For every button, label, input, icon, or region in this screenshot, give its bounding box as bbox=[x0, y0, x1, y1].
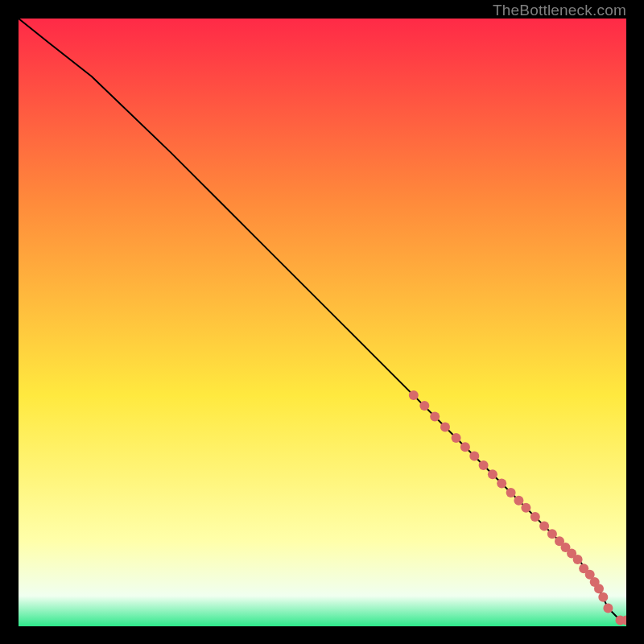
data-point bbox=[594, 584, 604, 593]
data-point bbox=[419, 401, 429, 411]
data-point bbox=[430, 412, 440, 422]
data-point bbox=[452, 433, 461, 443]
data-point bbox=[521, 503, 530, 513]
data-point bbox=[547, 529, 557, 539]
data-point bbox=[460, 442, 470, 452]
data-point bbox=[514, 496, 523, 506]
data-point bbox=[573, 555, 583, 564]
data-point bbox=[497, 479, 506, 489]
chart-stage: TheBottleneck.com bbox=[0, 0, 644, 644]
data-point bbox=[440, 422, 450, 431]
data-point bbox=[598, 592, 608, 602]
data-point bbox=[603, 603, 613, 613]
data-point bbox=[469, 452, 479, 461]
data-point bbox=[539, 521, 549, 530]
plot-background bbox=[19, 19, 626, 626]
watermark-text: TheBottleneck.com bbox=[493, 2, 626, 19]
plot-area bbox=[19, 19, 626, 626]
data-point bbox=[479, 460, 489, 470]
data-point bbox=[530, 512, 540, 522]
data-point bbox=[506, 488, 516, 497]
data-point bbox=[409, 390, 419, 400]
chart-svg bbox=[19, 19, 626, 626]
data-point bbox=[488, 469, 497, 479]
